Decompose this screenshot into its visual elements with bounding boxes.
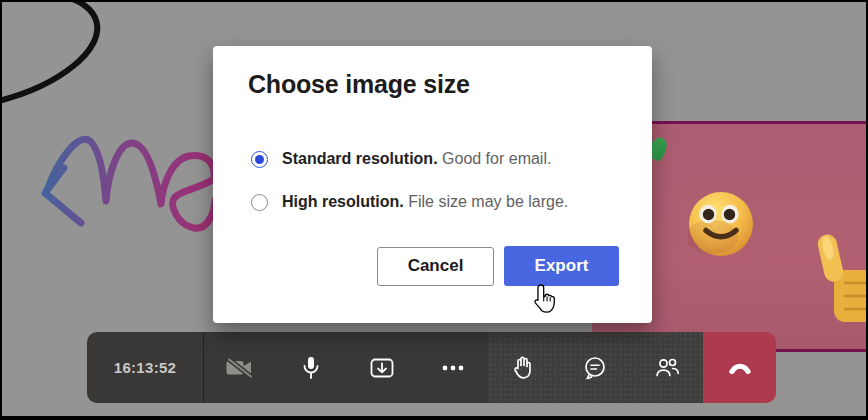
chat-button[interactable] <box>563 332 627 403</box>
participants-button[interactable] <box>635 332 699 403</box>
participants-icon <box>654 355 681 380</box>
meeting-timer-value: 16:13:52 <box>114 359 176 376</box>
export-button[interactable]: Export <box>504 246 619 286</box>
ellipsis-icon <box>440 356 466 380</box>
smiley-emoji[interactable] <box>688 191 754 257</box>
whiteboard-canvas[interactable]: 16:13:52 <box>0 0 868 420</box>
ink-me-scribble <box>45 139 215 228</box>
hang-up-button[interactable] <box>703 332 776 403</box>
hang-up-phone-icon <box>725 356 755 380</box>
raise-hand-button[interactable] <box>492 332 556 403</box>
radio-option-standard[interactable]: Standard resolution. Good for email. <box>251 147 551 171</box>
ink-ellipse <box>2 2 109 129</box>
more-options-button[interactable] <box>421 332 485 403</box>
download-icon <box>369 356 395 380</box>
meeting-timer: 16:13:52 <box>87 332 204 403</box>
radio-high-label: High resolution. File size may be large. <box>282 193 568 211</box>
microphone-button[interactable] <box>279 332 343 403</box>
export-dialog: Choose image size Standard resolution. G… <box>213 46 652 323</box>
standard-label-note: Good for email. <box>442 150 551 167</box>
microphone-icon <box>299 355 323 381</box>
dialog-button-row: Cancel Export <box>377 246 619 286</box>
meeting-toolbar: 16:13:52 <box>87 332 776 403</box>
toolbar-device-section <box>204 332 488 403</box>
camera-off-button[interactable] <box>208 332 272 403</box>
download-button[interactable] <box>350 332 414 403</box>
dialog-title: Choose image size <box>248 70 470 99</box>
standard-label-bold: Standard resolution. <box>282 150 438 167</box>
radio-standard-label: Standard resolution. Good for email. <box>282 150 551 168</box>
camera-off-icon <box>225 356 255 380</box>
cancel-button[interactable]: Cancel <box>377 247 494 286</box>
raise-hand-icon <box>511 354 536 381</box>
chat-icon <box>582 355 608 381</box>
radio-standard-selected[interactable] <box>251 151 268 168</box>
radio-high-unselected[interactable] <box>251 194 268 211</box>
high-label-bold: High resolution. <box>282 193 404 210</box>
high-label-note: File size may be large. <box>408 193 568 210</box>
toolbar-engagement-section <box>488 332 703 403</box>
thumbs-up-emoji[interactable] <box>814 232 866 328</box>
radio-option-high[interactable]: High resolution. File size may be large. <box>251 190 568 214</box>
